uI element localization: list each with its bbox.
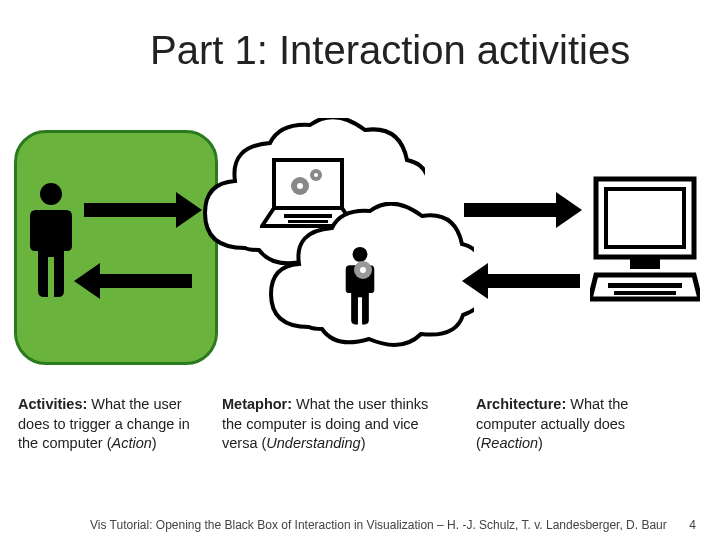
person-icon xyxy=(26,182,76,302)
svg-point-9 xyxy=(297,183,303,189)
page-number: 4 xyxy=(689,518,696,532)
caption-metaphor: Metaphor: What the user thinks the compu… xyxy=(222,395,452,454)
captions-row: Activities: What the user does to trigge… xyxy=(18,395,708,454)
svg-marker-4 xyxy=(74,263,100,299)
arrow-right-icon xyxy=(464,192,582,228)
svg-rect-23 xyxy=(614,291,676,295)
thought-cloud-user-icon xyxy=(259,202,474,367)
svg-rect-20 xyxy=(606,189,684,247)
arrow-left-icon xyxy=(462,263,580,299)
svg-marker-16 xyxy=(556,192,582,228)
footer-citation: Vis Tutorial: Opening the Black Box of I… xyxy=(90,518,667,532)
svg-rect-1 xyxy=(84,203,176,217)
interaction-diagram xyxy=(14,130,706,365)
svg-rect-21 xyxy=(630,259,660,269)
slide-title: Part 1: Interaction activities xyxy=(150,28,630,73)
arrow-left-icon xyxy=(74,263,192,299)
caption-activities: Activities: What the user does to trigge… xyxy=(18,395,198,454)
svg-rect-17 xyxy=(488,274,580,288)
svg-point-11 xyxy=(314,173,318,177)
svg-rect-22 xyxy=(608,283,682,288)
computer-icon xyxy=(590,175,700,305)
svg-rect-3 xyxy=(100,274,192,288)
svg-rect-15 xyxy=(464,203,556,217)
svg-marker-18 xyxy=(462,263,488,299)
gear-icon xyxy=(351,258,375,282)
arrow-right-icon xyxy=(84,192,202,228)
caption-architecture: Architecture: What the computer actually… xyxy=(476,395,656,454)
svg-point-0 xyxy=(40,183,62,205)
svg-point-14 xyxy=(360,267,366,273)
